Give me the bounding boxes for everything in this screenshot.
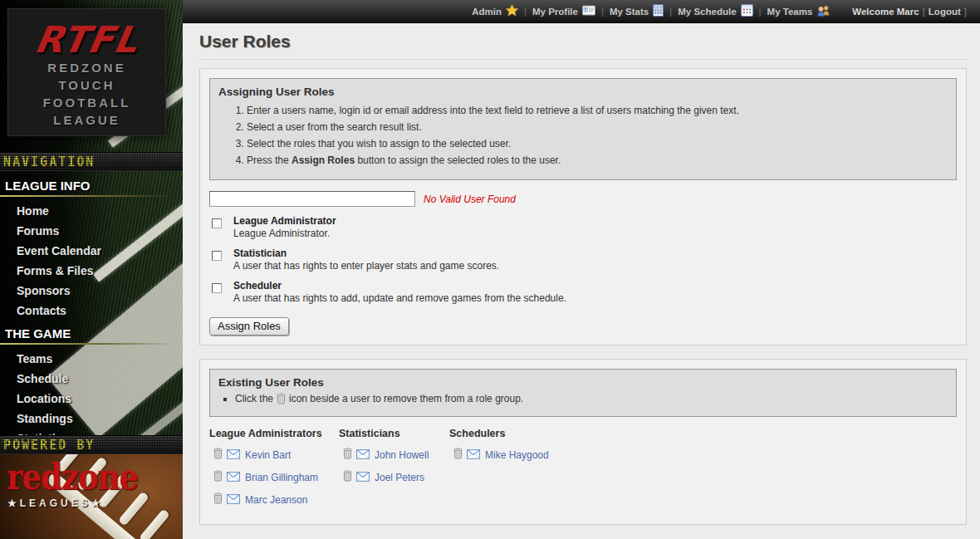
group-title: Schedulers: [449, 428, 957, 439]
step-3: Select the roles that you wish to assign…: [247, 138, 948, 150]
rtfl-logo-line: TOUCH: [8, 76, 165, 94]
topbar-item-admin[interactable]: Admin: [472, 4, 518, 18]
sidebar-item-forums[interactable]: Forums: [0, 221, 183, 241]
trash-icon[interactable]: [213, 470, 223, 485]
existing-user-roles-panel: Existing User Roles Click theicon beside…: [199, 359, 967, 525]
step-2: Select a user from the search result lis…: [247, 121, 948, 134]
user-link[interactable]: Mike Haygood: [485, 449, 549, 461]
trash-icon[interactable]: [453, 448, 463, 463]
main-content: User Roles Assigning User Roles Enter a …: [183, 23, 980, 539]
email-icon[interactable]: [356, 470, 370, 485]
page-title: User Roles: [199, 32, 980, 51]
sidebar-item-locations[interactable]: Locations: [0, 389, 183, 409]
title-divider: [199, 59, 968, 60]
trash-icon[interactable]: [343, 470, 352, 485]
step-4-text: Press the: [247, 154, 292, 166]
topbar-item-my-teams-label: My Teams: [767, 7, 813, 17]
sidebar-menu: LEAGUE INFO Home Forums Event Calendar F…: [0, 173, 183, 448]
existing-note: Click theicon beside a user to remove th…: [223, 392, 948, 408]
group-schedulers: Schedulers Mike Haygood: [449, 428, 957, 515]
user-link[interactable]: Brian Gillingham: [245, 472, 318, 483]
redzone-leagues-logo-sub: ★LEAGUES★: [7, 497, 104, 509]
group-icon: [812, 5, 831, 18]
scheduler-checkbox[interactable]: [212, 283, 222, 293]
league-administrator-checkbox[interactable]: [212, 218, 222, 228]
step-4-text: button to assign the selected roles to t…: [355, 154, 561, 166]
role-row-scheduler: Scheduler A user that has rights to add,…: [209, 281, 957, 304]
role-name: Statistician: [233, 248, 957, 259]
topbar-item-admin-label: Admin: [472, 7, 502, 17]
rtfl-logo-line: REDZONE: [8, 59, 165, 76]
section-title-league-info: LEAGUE INFO: [0, 173, 183, 195]
logout-link[interactable]: Logout: [929, 7, 961, 17]
user-link[interactable]: Kevin Bart: [245, 449, 291, 461]
role-name: League Administrator: [233, 216, 957, 227]
role-name: Scheduler: [233, 281, 957, 292]
logout-bracket: ]: [964, 7, 967, 17]
group-title: Statisticians: [339, 428, 449, 439]
assign-roles-button[interactable]: Assign Roles: [209, 317, 289, 336]
topbar-item-my-profile-label: My Profile: [532, 7, 578, 17]
topbar-separator: |: [759, 7, 762, 17]
topbar-item-my-stats[interactable]: My Stats: [610, 4, 664, 18]
user-row: Marc Jeanson: [213, 492, 339, 507]
topbar-item-my-profile[interactable]: My Profile: [532, 5, 595, 17]
calendar-icon: [737, 4, 753, 18]
topbar-item-my-schedule[interactable]: My Schedule: [678, 4, 752, 18]
football-lace: [139, 508, 170, 539]
topbar-item-my-stats-label: My Stats: [610, 7, 649, 17]
topbar-separator: |: [669, 7, 672, 17]
role-description: League Administrator.: [233, 228, 957, 239]
sidebar-item-contacts[interactable]: Contacts: [0, 301, 183, 321]
sidebar-item-teams[interactable]: Teams: [0, 349, 183, 369]
section-title-the-game: THE GAME: [0, 321, 183, 343]
role-row-league-administrator: League Administrator League Administrato…: [209, 216, 957, 239]
step-1: Enter a users name, login id or email ad…: [247, 105, 948, 117]
group-league-administrators: League Administrators Kevin Bart Brian G…: [209, 428, 339, 515]
sidebar: RTFL REDZONE TOUCH FOOTBALL LEAGUE NAVIG…: [0, 0, 183, 539]
email-icon[interactable]: [227, 448, 240, 463]
section-divider: [0, 195, 183, 197]
email-icon[interactable]: [467, 448, 480, 463]
topbar-separator: |: [601, 7, 604, 17]
remove-instruction-text: icon beside a user to remove them from a…: [289, 393, 523, 404]
topbar-item-my-teams[interactable]: My Teams: [767, 5, 831, 18]
redzone-leagues-logo: redzone: [7, 458, 138, 496]
trash-icon[interactable]: [213, 492, 223, 507]
sidebar-item-forms-files[interactable]: Forms & Files: [0, 261, 183, 281]
email-icon[interactable]: [356, 448, 370, 463]
assigning-instructions-box: Assigning User Roles Enter a users name,…: [209, 78, 957, 180]
group-title: League Administrators: [209, 428, 339, 439]
rtfl-logo-line: LEAGUE: [8, 111, 165, 129]
topbar-item-my-schedule-label: My Schedule: [678, 7, 736, 17]
user-link[interactable]: Marc Jeanson: [245, 494, 307, 506]
navigation-banner: NAVIGATION: [0, 152, 183, 171]
email-icon[interactable]: [227, 492, 240, 507]
assigning-user-roles-panel: Assigning User Roles Enter a users name,…: [199, 68, 967, 345]
topbar: Admin | My Profile | My Stats | My Sched…: [183, 0, 980, 23]
remove-instruction: Click theicon beside a user to remove th…: [235, 392, 948, 408]
trash-icon[interactable]: [343, 448, 352, 463]
assigning-heading: Assigning User Roles: [218, 86, 948, 98]
user-search-input[interactable]: [209, 191, 415, 207]
vcard-icon: [578, 5, 595, 17]
step-4: Press the Assign Roles button to assign …: [247, 154, 948, 167]
rtfl-logo: RTFL REDZONE TOUCH FOOTBALL LEAGUE: [7, 8, 166, 136]
sidebar-item-home[interactable]: Home: [0, 201, 183, 221]
sidebar-item-event-calendar[interactable]: Event Calendar: [0, 241, 183, 261]
user-search-row: No Valid User Found: [209, 191, 957, 207]
user-link[interactable]: Joel Peters: [375, 472, 424, 483]
trash-icon[interactable]: [213, 448, 223, 463]
sidebar-item-standings[interactable]: Standings: [0, 409, 183, 429]
sidebar-item-schedule[interactable]: Schedule: [0, 369, 183, 389]
user-row: Kevin Bart: [213, 448, 339, 463]
user-row: Mike Haygood: [453, 448, 957, 463]
role-description: A user that has rights to add, update an…: [233, 293, 957, 304]
user-link[interactable]: John Howell: [375, 449, 429, 461]
rtfl-logo-acronym: RTFL: [5, 21, 169, 59]
email-icon[interactable]: [227, 470, 240, 485]
star-icon: [502, 4, 518, 18]
sidebar-item-sponsors[interactable]: Sponsors: [0, 281, 183, 301]
statistician-checkbox[interactable]: [212, 251, 222, 261]
calculator-icon: [649, 4, 664, 18]
